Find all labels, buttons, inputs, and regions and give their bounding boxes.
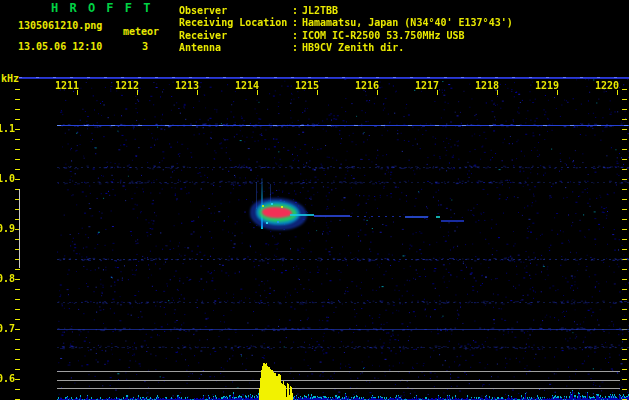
freq-tick-mark-left xyxy=(15,359,20,360)
time-tick-mark xyxy=(377,90,378,95)
freq-tick-mark-right xyxy=(622,289,627,290)
time-tick-mark xyxy=(197,90,198,95)
freq-tick-mark-right xyxy=(622,319,627,320)
freq-tick-mark-left xyxy=(15,149,20,150)
freq-tick-mark-right xyxy=(622,159,627,160)
freq-tick-mark-left xyxy=(15,159,20,160)
freq-tick-mark-left xyxy=(15,109,20,110)
observer-info-block: Observer:JL2TBBReceiving Location:Hamama… xyxy=(0,0,629,65)
observer-field-label: Observer xyxy=(179,6,227,16)
time-tick-mark xyxy=(77,90,78,95)
observer-field-label: Receiver xyxy=(179,31,227,41)
meteor-echo-sparkle xyxy=(271,203,273,205)
freq-tick-mark-right xyxy=(622,349,627,350)
meteor-echo-sparkle xyxy=(266,222,268,224)
freq-tick-mark-right xyxy=(622,219,627,220)
freq-tick-mark-right xyxy=(622,269,627,270)
freq-tick-mark-right xyxy=(622,119,627,120)
time-tick-mark xyxy=(437,90,438,95)
time-tick-label: 1211 xyxy=(39,81,79,91)
time-tick-label: 1219 xyxy=(519,81,559,91)
freq-tick-mark-left xyxy=(15,289,20,290)
time-tick-mark xyxy=(137,90,138,95)
freq-tick-mark-right xyxy=(622,209,627,210)
time-tick-label: 1212 xyxy=(99,81,139,91)
freq-tick-mark-right xyxy=(622,99,627,100)
observer-field-separator: : xyxy=(292,43,298,53)
freq-tick-mark-left xyxy=(15,269,20,270)
freq-tick-mark-left xyxy=(15,129,20,130)
observer-field-separator: : xyxy=(292,18,298,28)
freq-tick-mark-left xyxy=(15,329,20,330)
level-reference-line xyxy=(57,380,620,381)
freq-tick-mark-right xyxy=(622,339,627,340)
freq-tick-mark-right xyxy=(622,109,627,110)
freq-tick-mark-left xyxy=(15,309,20,310)
noise-band xyxy=(57,125,629,126)
meteor-trail-segment xyxy=(350,216,404,217)
time-tick-label: 1216 xyxy=(339,81,379,91)
freq-tick-mark-right xyxy=(622,249,627,250)
time-tick-mark xyxy=(557,90,558,95)
freq-tick-mark-right xyxy=(622,189,627,190)
noise-band xyxy=(57,302,629,303)
observer-field-value: ICOM IC-R2500 53.750MHz USB xyxy=(302,31,465,41)
time-tick-label: 1220 xyxy=(579,81,619,91)
freq-tick-mark-left xyxy=(15,349,20,350)
freq-tick-mark-left xyxy=(15,179,20,180)
time-tick-label: 1213 xyxy=(159,81,199,91)
hrofft-spectrogram-image: H R O F F T 1305061210.png meteor 13.05.… xyxy=(0,0,629,400)
observer-field-value: JL2TBB xyxy=(302,6,338,16)
freq-tick-label: 0.9 xyxy=(0,224,15,234)
freq-tick-mark-right xyxy=(622,359,627,360)
freq-tick-mark-right xyxy=(622,309,627,310)
meteor-trail-segment xyxy=(436,216,440,218)
freq-tick-mark-left xyxy=(15,139,20,140)
level-reference-line xyxy=(57,388,620,389)
time-tick-label: 1217 xyxy=(399,81,439,91)
freq-tick-mark-right xyxy=(622,229,627,230)
time-tick-label: 1218 xyxy=(459,81,499,91)
freq-tick-mark-right xyxy=(622,179,627,180)
freq-tick-mark-left xyxy=(15,369,20,370)
freq-tick-mark-left xyxy=(15,319,20,320)
meteor-trail-segment xyxy=(405,216,428,218)
meteor-echo-sparkle xyxy=(281,206,283,208)
meteor-trail-segment xyxy=(290,214,314,216)
freq-tick-mark-right xyxy=(622,129,627,130)
observer-field-separator: : xyxy=(292,31,298,41)
freq-tick-mark-right xyxy=(622,169,627,170)
meteor-trail-segment xyxy=(314,215,350,217)
noise-band xyxy=(57,329,629,330)
time-tick-mark xyxy=(497,90,498,95)
observer-field-label: Antenna xyxy=(179,43,221,53)
meteor-amplitude-peak-bar xyxy=(292,393,293,400)
axis-freq-marker-bar xyxy=(19,189,20,268)
freq-tick-mark-left xyxy=(15,89,20,90)
freq-tick-mark-left xyxy=(15,339,20,340)
time-tick-mark xyxy=(257,90,258,95)
freq-tick-mark-right xyxy=(622,299,627,300)
freq-tick-mark-left xyxy=(15,99,20,100)
noise-band xyxy=(57,347,629,348)
noise-band xyxy=(57,167,629,168)
meteor-trail-segment xyxy=(441,220,464,222)
spectrum-top-edge-bright-dashes xyxy=(19,77,629,78)
observer-field-value: Hamamatsu, Japan (N34°40' E137°43') xyxy=(302,18,513,28)
noise-band xyxy=(57,182,629,183)
meteor-echo-sparkle xyxy=(277,221,279,223)
meteor-echo-blob-red-core xyxy=(262,207,292,218)
freq-tick-label: 1.0 xyxy=(0,174,15,184)
freq-tick-mark-right xyxy=(622,379,627,380)
freq-tick-mark-right xyxy=(622,139,627,140)
time-tick-mark xyxy=(617,90,618,95)
freq-tick-label: 0.8 xyxy=(0,274,15,284)
level-reference-line xyxy=(57,371,620,372)
time-tick-label: 1215 xyxy=(279,81,319,91)
freq-tick-mark-right xyxy=(622,89,627,90)
freq-tick-label: 0.6 xyxy=(0,374,15,384)
freq-tick-label: 1.1 xyxy=(0,124,15,134)
freq-tick-mark-right xyxy=(622,389,627,390)
noise-band xyxy=(57,259,629,260)
freq-tick-mark-right xyxy=(622,279,627,280)
